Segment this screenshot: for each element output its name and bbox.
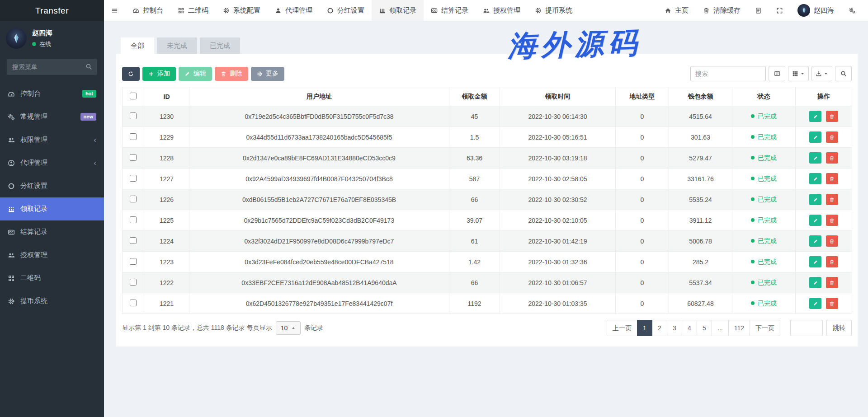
add-button[interactable]: 添加	[142, 67, 176, 81]
sidebar-item[interactable]: 提币系统	[0, 290, 104, 313]
row-delete-button[interactable]	[826, 111, 838, 122]
topnav-item[interactable]: 控制台	[125, 0, 170, 21]
row-delete-button[interactable]	[826, 235, 838, 247]
page-button[interactable]: 112	[728, 320, 750, 336]
page-button[interactable]: 3	[667, 320, 682, 336]
row-checkbox[interactable]	[130, 154, 137, 161]
cell-id: 1230	[144, 106, 189, 127]
document-icon	[755, 7, 762, 14]
page-button[interactable]: 上一页	[607, 320, 637, 336]
columns-button[interactable]	[788, 66, 809, 81]
topnav-item[interactable]: 提币系统	[528, 0, 580, 21]
row-checkbox[interactable]	[130, 279, 137, 286]
row-checkbox[interactable]	[130, 300, 137, 306]
home-button[interactable]: 主页	[657, 0, 696, 21]
search-button[interactable]	[835, 66, 852, 81]
sidebar-item[interactable]: 分红设置	[0, 174, 104, 197]
topnav-item[interactable]: 分红设置	[320, 0, 372, 21]
sidebar-toggle-button[interactable]	[104, 0, 125, 21]
page-button[interactable]: 1	[637, 320, 652, 336]
row-checkbox[interactable]	[130, 258, 137, 265]
users-icon	[483, 7, 490, 14]
edit-button[interactable]: 编辑	[179, 67, 212, 81]
sidebar-item[interactable]: 控制台 hot	[0, 82, 104, 105]
sidebar-item[interactable]: 领取记录	[0, 197, 104, 220]
plus-icon	[148, 71, 154, 77]
user-menu[interactable]: 赵四海	[790, 0, 841, 21]
clear-cache-button[interactable]: 清除缓存	[696, 0, 748, 21]
row-edit-button[interactable]	[809, 173, 821, 184]
select-all-checkbox[interactable]	[130, 93, 137, 99]
export-button[interactable]	[811, 66, 832, 81]
page-size-select[interactable]: 10	[276, 321, 301, 335]
topnav-item[interactable]: 结算记录	[424, 0, 476, 21]
topnav-item[interactable]: 系统配置	[216, 0, 268, 21]
jump-page-input[interactable]	[790, 320, 823, 336]
fullscreen-button[interactable]	[769, 0, 790, 21]
delete-button[interactable]: 删除	[215, 67, 248, 81]
tab[interactable]: 全部	[121, 37, 154, 54]
row-delete-button[interactable]	[826, 277, 838, 288]
row-checkbox[interactable]	[130, 133, 137, 140]
avatar	[797, 4, 810, 17]
sidebar-item[interactable]: 二维码	[0, 267, 104, 290]
sidebar-item[interactable]: 代理管理 ‹	[0, 151, 104, 174]
table-search-input[interactable]	[690, 66, 766, 81]
sidebar-item-label: 权限管理	[20, 136, 47, 144]
trash-icon	[829, 259, 835, 265]
sidebar-item[interactable]: 权限管理 ‹	[0, 128, 104, 151]
row-delete-button[interactable]	[826, 131, 838, 143]
row-edit-button[interactable]	[809, 215, 821, 226]
menu-search-input[interactable]	[7, 59, 97, 75]
row-delete-button[interactable]	[826, 298, 838, 309]
topnav-item[interactable]: 领取记录	[372, 0, 424, 21]
row-edit-button[interactable]	[809, 277, 821, 288]
refresh-button[interactable]	[122, 67, 140, 81]
user-icon	[275, 7, 282, 14]
row-edit-button[interactable]	[809, 235, 821, 247]
row-checkbox[interactable]	[130, 175, 137, 182]
settings-button[interactable]	[841, 0, 863, 21]
toggle-view-button[interactable]	[769, 66, 785, 81]
row-edit-button[interactable]	[809, 256, 821, 267]
row-edit-button[interactable]	[809, 194, 821, 205]
page-button[interactable]: 4	[682, 320, 697, 336]
page-button[interactable]: ...	[712, 320, 729, 336]
pagination: 上一页 1 2 3 4 5 ... 112 下一页	[607, 320, 780, 336]
row-delete-button[interactable]	[826, 256, 838, 267]
table-footer: 显示第 1 到第 10 条记录，总共 1118 条记录 每页显示 10 条记录 …	[122, 320, 852, 336]
docs-button[interactable]	[748, 0, 769, 21]
row-edit-button[interactable]	[809, 152, 821, 164]
row-checkbox[interactable]	[130, 196, 137, 202]
row-checkbox[interactable]	[130, 237, 137, 244]
tab[interactable]: 已完成	[200, 37, 240, 54]
toolbar: 添加 编辑 删除 更多	[122, 66, 852, 81]
sidebar-item[interactable]: 结算记录	[0, 220, 104, 244]
row-checkbox[interactable]	[130, 216, 137, 223]
row-delete-button[interactable]	[826, 215, 838, 226]
page-button[interactable]: 2	[652, 320, 667, 336]
row-edit-button[interactable]	[809, 131, 821, 143]
more-button[interactable]: 更多	[251, 67, 284, 81]
row-edit-button[interactable]	[809, 111, 821, 122]
cell-id: 1223	[144, 252, 189, 272]
cell-addr-type: 0	[616, 106, 669, 127]
cell-addr-type: 0	[616, 148, 669, 169]
page-button[interactable]: 5	[697, 320, 712, 336]
row-delete-button[interactable]	[826, 152, 838, 164]
status-badge: 已完成	[758, 112, 777, 120]
topnav-item[interactable]: 代理管理	[268, 0, 320, 21]
row-delete-button[interactable]	[826, 173, 838, 184]
row-edit-button[interactable]	[809, 298, 821, 309]
jump-button[interactable]: 跳转	[826, 320, 852, 336]
tab[interactable]: 未完成	[157, 37, 197, 54]
hamburger-icon	[111, 7, 118, 14]
row-checkbox[interactable]	[130, 112, 137, 119]
topnav-item[interactable]: 二维码	[170, 0, 216, 21]
topnav-item[interactable]: 授权管理	[476, 0, 528, 21]
cell-status: 已完成	[732, 106, 796, 127]
sidebar-item[interactable]: 授权管理	[0, 244, 104, 267]
page-button[interactable]: 下一页	[750, 320, 780, 336]
row-delete-button[interactable]	[826, 194, 838, 205]
sidebar-item[interactable]: 常规管理 new	[0, 105, 104, 128]
